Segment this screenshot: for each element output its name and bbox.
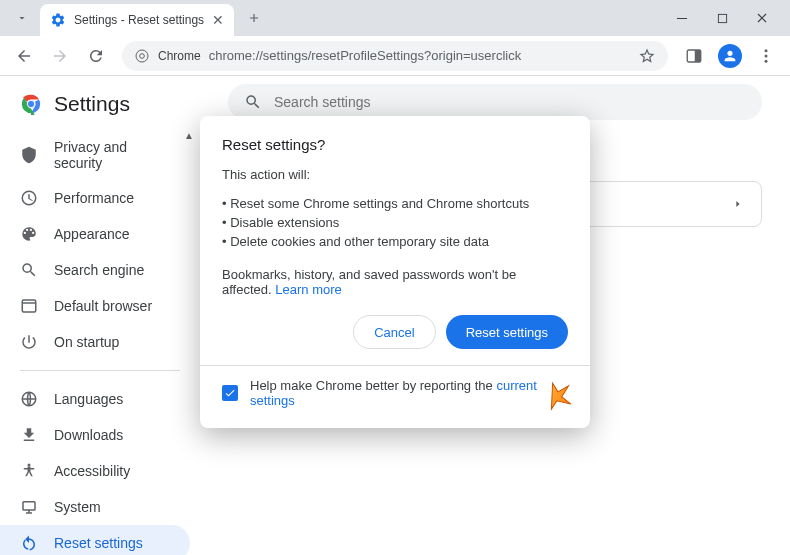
window-titlebar: Settings - Reset settings ✕ [0, 0, 790, 36]
tab-title: Settings - Reset settings [74, 13, 204, 27]
checkmark-icon [224, 387, 236, 399]
bookmark-star-icon[interactable] [638, 47, 656, 65]
tab-close-button[interactable]: ✕ [212, 12, 224, 28]
address-bar[interactable]: Chrome chrome://settings/resetProfileSet… [122, 41, 668, 71]
back-button[interactable] [8, 40, 40, 72]
svg-point-6 [765, 49, 768, 52]
side-panel-button[interactable] [678, 40, 710, 72]
consent-row: Help make Chrome better by reporting the… [222, 378, 568, 408]
tab-search-dropdown[interactable] [8, 4, 36, 32]
profile-button[interactable] [714, 40, 746, 72]
reset-settings-button[interactable]: Reset settings [446, 315, 568, 349]
dialog-bullet: Disable extensions [222, 213, 568, 232]
new-tab-button[interactable] [240, 4, 268, 32]
chrome-logo-icon [134, 48, 150, 64]
plus-icon [247, 11, 261, 25]
dialog-bullet-list: Reset some Chrome settings and Chrome sh… [222, 194, 568, 251]
dialog-title: Reset settings? [222, 136, 568, 153]
kebab-menu-icon [757, 47, 775, 65]
person-icon [722, 48, 738, 64]
svg-point-8 [765, 59, 768, 62]
chevron-down-icon [16, 12, 28, 24]
svg-rect-0 [677, 18, 687, 19]
svg-rect-1 [718, 14, 726, 22]
learn-more-link[interactable]: Learn more [275, 282, 341, 297]
menu-button[interactable] [750, 40, 782, 72]
svg-rect-5 [695, 50, 701, 62]
cancel-button[interactable]: Cancel [353, 315, 435, 349]
url-scheme-chip: Chrome [158, 49, 201, 63]
dialog-buttons: Cancel Reset settings [222, 315, 568, 349]
browser-tab[interactable]: Settings - Reset settings ✕ [40, 4, 234, 36]
modal-overlay: Reset settings? This action will: Reset … [0, 76, 790, 555]
forward-button[interactable] [44, 40, 76, 72]
dialog-note: Bookmarks, history, and saved passwords … [222, 267, 568, 297]
minimize-button[interactable] [662, 6, 702, 30]
gear-icon [50, 12, 66, 28]
window-controls [662, 0, 782, 30]
browser-toolbar: Chrome chrome://settings/resetProfileSet… [0, 36, 790, 76]
svg-point-3 [140, 53, 145, 58]
svg-point-7 [765, 54, 768, 57]
consent-text: Help make Chrome better by reporting the… [250, 378, 568, 408]
svg-point-2 [136, 50, 148, 62]
dialog-lead: This action will: [222, 167, 568, 182]
dialog-bullet: Reset some Chrome settings and Chrome sh… [222, 194, 568, 213]
reload-button[interactable] [80, 40, 112, 72]
dialog-bullet: Delete cookies and other temporary site … [222, 232, 568, 251]
consent-checkbox[interactable] [222, 385, 238, 401]
close-window-button[interactable] [742, 6, 782, 30]
maximize-button[interactable] [702, 6, 742, 30]
url-text: chrome://settings/resetProfileSettings?o… [209, 48, 522, 63]
reset-settings-dialog: Reset settings? This action will: Reset … [200, 116, 590, 428]
dialog-separator [200, 365, 590, 366]
